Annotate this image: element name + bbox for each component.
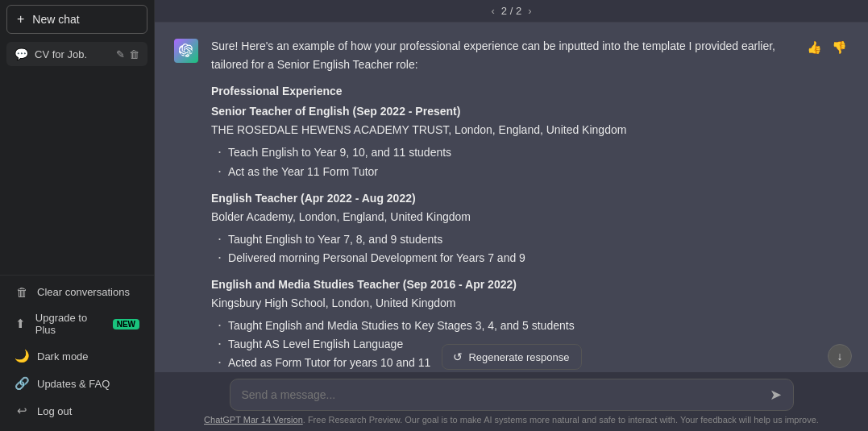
- chat-item-label: CV for Job.: [35, 48, 87, 60]
- job-company-1: Bolder Academy, London, England, United …: [211, 208, 792, 226]
- chat-messages: Sure! Here's an example of how your prof…: [155, 23, 868, 372]
- upgrade-to-plus-item[interactable]: ⬆ Upgrade to Plus NEW: [6, 305, 147, 342]
- job-title-0: Senior Teacher of English (Sep 2022 - Pr…: [211, 102, 792, 121]
- updates-faq-item[interactable]: 🔗 Updates & FAQ: [6, 370, 147, 397]
- updates-faq-label: Updates & FAQ: [37, 378, 110, 390]
- new-chat-label: New chat: [32, 13, 79, 26]
- footer-link[interactable]: ChatGPT Mar 14 Version: [204, 415, 303, 425]
- bullet-text-1-0: Taught English to Year 7, 8, and 9 stude…: [228, 230, 442, 249]
- bullet-text-2-0: Taught English and Media Studies to Key …: [228, 317, 575, 335]
- job-company-2: Kingsbury High School, London, United Ki…: [211, 294, 792, 313]
- scroll-bottom-button[interactable]: ↓: [828, 344, 852, 368]
- chat-item-text: 💬 CV for Job.: [15, 48, 87, 60]
- thumbs-down-button[interactable]: 👎: [830, 39, 849, 56]
- bullet-text-1-1: Delivered morning Personal Development f…: [228, 249, 525, 267]
- new-badge: NEW: [113, 319, 139, 329]
- assistant-message-block: Sure! Here's an example of how your prof…: [155, 23, 868, 372]
- thumbs-up-button[interactable]: 👍: [805, 39, 824, 56]
- bullet-text-0-1: Act as the Year 11 Form Tutor: [228, 163, 378, 181]
- footer-body: . Free Research Preview. Our goal is to …: [303, 415, 819, 425]
- regenerate-label: Regenerate response: [468, 351, 569, 363]
- bullet-1-0: · Taught English to Year 7, 8, and 9 stu…: [218, 230, 792, 249]
- moon-icon: 🌙: [15, 349, 29, 363]
- clear-conversations-item[interactable]: 🗑 Clear conversations: [6, 279, 147, 305]
- bullet-dot: ·: [218, 249, 222, 267]
- plus-icon: +: [17, 12, 24, 27]
- bullet-1-1: · Delivered morning Personal Development…: [218, 249, 792, 267]
- job-company-0: THE ROSEDALE HEWENS ACADEMY TRUST, Londo…: [211, 121, 792, 139]
- bullet-0-1: · Act as the Year 11 Form Tutor: [218, 163, 792, 181]
- bullet-text-0-0: Teach English to Year 9, 10, and 11 stud…: [228, 143, 451, 162]
- assistant-avatar: [174, 39, 198, 63]
- chat-counter: 2 / 2: [501, 5, 521, 17]
- regenerate-tooltip[interactable]: ↺ Regenerate response: [441, 344, 581, 370]
- message-actions: 👍 👎: [805, 39, 849, 372]
- trash-icon: 🗑: [15, 285, 29, 299]
- new-chat-button[interactable]: + New chat: [6, 5, 147, 34]
- message-input[interactable]: [242, 387, 763, 404]
- link-icon: 🔗: [15, 376, 29, 391]
- log-out-label: Log out: [37, 405, 72, 417]
- send-button[interactable]: ➤: [770, 386, 782, 404]
- sidebar-bottom: 🗑 Clear conversations ⬆ Upgrade to Plus …: [0, 275, 154, 431]
- nav-prev-button[interactable]: ‹: [492, 5, 495, 17]
- chat-item-actions: ✎ 🗑: [116, 48, 139, 60]
- bullet-2-0: · Taught English and Media Studies to Ke…: [218, 317, 792, 335]
- bullet-dot: ·: [218, 317, 222, 335]
- bullet-text-2-2: Acted as Form Tutor for years 10 and 11: [228, 354, 430, 372]
- clear-conversations-label: Clear conversations: [37, 286, 130, 298]
- upgrade-icon: ⬆: [15, 317, 27, 331]
- chat-icon: 💬: [15, 48, 28, 60]
- main-panel: ‹ 2 / 2 › Sure! Here's an example of how…: [155, 0, 868, 431]
- footer-text: ChatGPT Mar 14 Version. Free Research Pr…: [204, 415, 819, 428]
- nav-next-button[interactable]: ›: [528, 5, 531, 17]
- chat-header: ‹ 2 / 2 ›: [155, 0, 868, 23]
- send-icon: ➤: [770, 386, 782, 404]
- scroll-down-icon: ↓: [837, 350, 843, 363]
- delete-icon[interactable]: 🗑: [129, 48, 139, 60]
- bullet-dot: ·: [218, 163, 222, 181]
- assistant-message-content: Sure! Here's an example of how your prof…: [211, 37, 792, 372]
- dark-mode-item[interactable]: 🌙 Dark mode: [6, 342, 147, 370]
- bullet-dot: ·: [218, 143, 222, 162]
- upgrade-label: Upgrade to Plus: [35, 312, 102, 336]
- sidebar: + New chat 💬 CV for Job. ✎ 🗑 🗑 Clear con…: [0, 0, 155, 431]
- chat-input-area: ➤ ChatGPT Mar 14 Version. Free Research …: [155, 372, 868, 431]
- input-row: ➤: [230, 379, 794, 411]
- bullet-0-0: · Teach English to Year 9, 10, and 11 st…: [218, 143, 792, 162]
- message-intro: Sure! Here's an example of how your prof…: [211, 37, 792, 74]
- bullet-dot: ·: [218, 335, 222, 354]
- bullet-dot: ·: [218, 230, 222, 249]
- logout-icon: ↩: [15, 404, 29, 418]
- job-title-1: English Teacher (Apr 2022 - Aug 2022): [211, 189, 792, 208]
- bullet-dot: ·: [218, 354, 222, 372]
- bullet-text-2-1: Taught AS Level English Language: [228, 335, 403, 354]
- chat-item[interactable]: 💬 CV for Job. ✎ 🗑: [6, 42, 147, 66]
- job-title-2: English and Media Studies Teacher (Sep 2…: [211, 276, 792, 294]
- section-title: Professional Experience: [211, 82, 792, 101]
- regenerate-icon: ↺: [453, 350, 463, 363]
- chat-list: 💬 CV for Job. ✎ 🗑: [0, 39, 154, 275]
- dark-mode-label: Dark mode: [37, 350, 89, 363]
- log-out-item[interactable]: ↩ Log out: [6, 397, 147, 425]
- edit-icon[interactable]: ✎: [116, 48, 125, 60]
